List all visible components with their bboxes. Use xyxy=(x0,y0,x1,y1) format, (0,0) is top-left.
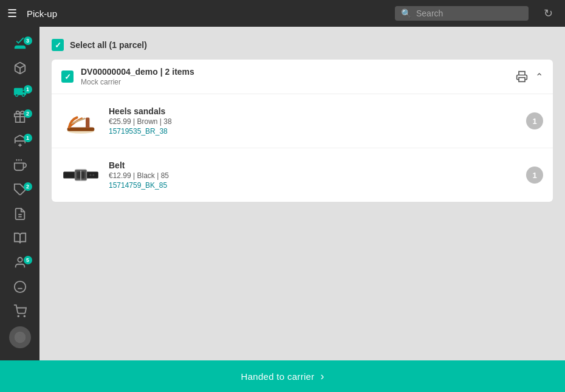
parcel-card: DV00000004_demo | 2 items Mock carrier ⌃ xyxy=(52,60,553,202)
parcel-actions: ⌃ xyxy=(516,70,543,83)
search-bar[interactable]: 🔍 xyxy=(395,6,529,21)
svg-rect-23 xyxy=(86,117,89,128)
refresh-button[interactable]: ↻ xyxy=(538,4,558,23)
badge-gift: 2 xyxy=(24,109,32,118)
sidebar-item-truck[interactable]: 1 xyxy=(5,83,35,105)
parcel-id: DV00000004_demo | 2 items xyxy=(81,67,508,77)
item-sku: 15714759_BK_85 xyxy=(109,181,518,190)
hand-tag-icon xyxy=(13,207,27,224)
badge-truck: 1 xyxy=(24,85,32,94)
sidebar-item-hand-pickup[interactable]: 3 xyxy=(5,34,35,56)
parcel-carrier: Mock carrier xyxy=(81,78,508,86)
sidebar: 3 1 xyxy=(0,27,39,360)
footer-label: Handed to carrier xyxy=(241,371,315,382)
box-icon xyxy=(13,61,27,78)
cart-icon xyxy=(13,304,27,321)
table-row: Belt €12.99 | Black | 85 15714759_BK_85 … xyxy=(52,148,553,202)
menu-icon[interactable]: ☰ xyxy=(7,7,17,20)
item-attrs: €12.99 | Black | 85 xyxy=(109,171,518,180)
svg-rect-22 xyxy=(67,127,95,131)
svg-point-18 xyxy=(24,316,25,317)
sidebar-item-hand-carry[interactable] xyxy=(5,156,35,177)
book-icon xyxy=(13,232,27,248)
item-image-belt xyxy=(61,156,100,194)
svg-point-28 xyxy=(89,174,91,176)
item-quantity: 1 xyxy=(526,112,543,129)
sidebar-item-hand-tag[interactable] xyxy=(5,205,35,227)
content-area: Select all (1 parcel) DV00000004_demo | … xyxy=(39,27,565,360)
badge-add-box: 1 xyxy=(24,134,32,142)
item-name: Belt xyxy=(109,160,518,170)
item-name: Heels sandals xyxy=(109,106,518,116)
sidebar-item-cart[interactable] xyxy=(5,302,35,324)
svg-rect-20 xyxy=(519,78,525,82)
topbar: ☰ Pick-up 🔍 ↻ xyxy=(0,0,565,27)
badge-hand-pickup: 3 xyxy=(24,36,32,45)
sidebar-item-book[interactable] xyxy=(5,229,35,251)
topbar-title: Pick-up xyxy=(27,9,57,19)
collapse-button[interactable]: ⌃ xyxy=(535,71,543,83)
parcel-checkbox[interactable] xyxy=(61,70,74,83)
svg-point-17 xyxy=(18,316,19,317)
sidebar-item-box[interactable] xyxy=(5,58,35,80)
item-info: Heels sandals €25.99 | Brown | 38 157195… xyxy=(109,106,518,136)
item-info: Belt €12.99 | Black | 85 15714759_BK_85 xyxy=(109,160,518,190)
select-all-row: Select all (1 parcel) xyxy=(52,39,553,51)
sidebar-item-gift[interactable]: 2 xyxy=(5,107,35,129)
footer-arrow-icon: › xyxy=(321,370,324,383)
item-quantity: 1 xyxy=(526,167,543,184)
search-icon: 🔍 xyxy=(401,9,411,18)
svg-point-13 xyxy=(14,281,25,292)
svg-point-29 xyxy=(92,174,94,176)
face-icon xyxy=(13,280,27,297)
footer[interactable]: Handed to carrier › xyxy=(0,360,565,392)
hand-carry-icon xyxy=(13,159,27,175)
sidebar-item-person[interactable]: 5 xyxy=(5,253,35,275)
select-all-label: Select all (1 parcel) xyxy=(70,40,147,50)
parcel-header: DV00000004_demo | 2 items Mock carrier ⌃ xyxy=(52,60,553,94)
item-attrs: €25.99 | Brown | 38 xyxy=(109,117,518,126)
search-input[interactable] xyxy=(416,9,522,18)
item-image-sandal xyxy=(61,101,100,140)
table-row: Heels sandals €25.99 | Brown | 38 157195… xyxy=(52,94,553,148)
sidebar-item-add-box[interactable]: 1 xyxy=(5,131,35,153)
main-layout: 3 1 xyxy=(0,27,565,360)
parcel-info: DV00000004_demo | 2 items Mock carrier xyxy=(81,67,508,86)
avatar[interactable] xyxy=(9,326,31,348)
badge-person: 5 xyxy=(24,256,32,264)
item-sku: 15719535_BR_38 xyxy=(109,127,518,136)
print-button[interactable] xyxy=(516,70,528,83)
select-all-checkbox[interactable] xyxy=(52,39,64,51)
svg-point-12 xyxy=(18,258,22,262)
sidebar-item-tag[interactable]: 2 xyxy=(5,180,35,202)
sidebar-item-face[interactable] xyxy=(5,278,35,300)
badge-tag: 2 xyxy=(24,182,32,191)
